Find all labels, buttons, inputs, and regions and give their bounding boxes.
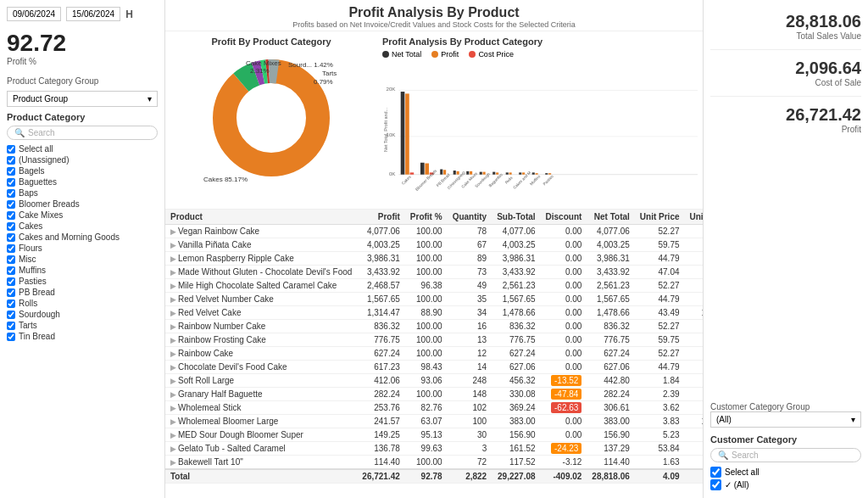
- category-item-12[interactable]: Pasties: [7, 276, 158, 287]
- expand-icon[interactable]: ▶: [170, 445, 176, 453]
- category-checkbox-5[interactable]: [7, 200, 15, 209]
- category-checkbox-4[interactable]: [7, 189, 15, 198]
- category-item-16[interactable]: Tarts: [7, 320, 158, 331]
- category-item-11[interactable]: Muffins: [7, 265, 158, 276]
- search-placeholder: Search: [28, 128, 55, 137]
- cell-subtotal: 4,077.06: [492, 225, 540, 238]
- category-checkbox-3[interactable]: [7, 178, 15, 187]
- table-row[interactable]: ▶Vanilla Piñata Cake4,003.25100.00674,00…: [165, 238, 703, 252]
- table-row[interactable]: ▶Bakewell Tart 10"114.40100.0072117.52-3…: [165, 456, 703, 470]
- category-item-0[interactable]: Select all: [7, 143, 158, 154]
- start-date[interactable]: 09/06/2024: [7, 7, 61, 21]
- category-item-8[interactable]: Cakes and Morning Goods: [7, 232, 158, 243]
- end-date[interactable]: 15/06/2024: [66, 7, 120, 21]
- category-checkbox-14[interactable]: [7, 299, 15, 308]
- category-checkbox-9[interactable]: [7, 244, 15, 253]
- product-category-group-dropdown[interactable]: Product Group ▾: [7, 91, 158, 107]
- expand-icon[interactable]: ▶: [170, 295, 176, 304]
- category-checkbox-16[interactable]: [7, 322, 15, 330]
- cell-product-name: ▶Vegan Rainbow Cake: [165, 225, 357, 238]
- expand-icon[interactable]: ▶: [170, 227, 176, 236]
- expand-icon[interactable]: ▶: [170, 268, 176, 277]
- customer-category-group-dropdown[interactable]: (All) ▾: [710, 411, 861, 428]
- category-checkbox-8[interactable]: [7, 233, 15, 242]
- table-row[interactable]: ▶Chocolate Devil's Food Cake617.2398.431…: [165, 361, 703, 374]
- expand-icon[interactable]: ▶: [170, 336, 176, 344]
- expand-icon[interactable]: ▶: [170, 322, 176, 331]
- cell-net-total: 156.90: [587, 428, 635, 442]
- expand-icon[interactable]: ▶: [170, 377, 176, 385]
- cell-unit-cost: 0.00: [685, 347, 703, 361]
- category-item-13[interactable]: PB Bread: [7, 287, 158, 298]
- category-label-17: Tin Bread: [19, 332, 55, 341]
- category-item-15[interactable]: Sourdough: [7, 309, 158, 320]
- category-item-6[interactable]: Cake Mixes: [7, 210, 158, 221]
- category-item-9[interactable]: Flours: [7, 243, 158, 254]
- table-row[interactable]: ▶Rainbow Cake627.24100.0012627.240.00627…: [165, 347, 703, 361]
- table-row[interactable]: ▶Rainbow Number Cake836.32100.0016836.32…: [165, 320, 703, 333]
- table-row[interactable]: ▶Mile High Chocolate Salted Caramel Cake…: [165, 279, 703, 293]
- category-checkbox-15[interactable]: [7, 311, 15, 319]
- category-item-5[interactable]: Bloomer Breads: [7, 199, 158, 210]
- expand-icon[interactable]: ▶: [170, 458, 176, 467]
- expand-icon[interactable]: ▶: [170, 255, 176, 263]
- category-item-3[interactable]: Baguettes: [7, 176, 158, 187]
- svg-text:Cakes 85.17%: Cakes 85.17%: [203, 176, 248, 183]
- legend-profit-label: Profit: [441, 50, 459, 59]
- category-checkbox-6[interactable]: [7, 211, 15, 220]
- category-checkbox-12[interactable]: [7, 277, 15, 286]
- table-row[interactable]: ▶Granary Half Baguette282.24100.00148330…: [165, 388, 703, 401]
- table-row[interactable]: ▶Red Velvet Cake1,314.4788.90341,478.660…: [165, 306, 703, 320]
- svg-rect-28: [453, 171, 456, 175]
- expand-icon[interactable]: ▶: [170, 404, 176, 412]
- category-item-1[interactable]: (Unassigned): [7, 154, 158, 165]
- cell-subtotal: 1,567.65: [492, 293, 540, 306]
- col-profit-pct: Profit %: [405, 210, 448, 225]
- table-row[interactable]: ▶Gelato Tub - Salted Caramel136.7899.633…: [165, 442, 703, 456]
- chevron-down-icon-customer: ▾: [851, 415, 855, 424]
- category-checkbox-17[interactable]: [7, 333, 15, 341]
- table-row[interactable]: ▶Red Velvet Number Cake1,567.65100.00351…: [165, 293, 703, 306]
- expand-icon[interactable]: ▶: [170, 431, 176, 439]
- expand-icon[interactable]: ▶: [170, 350, 176, 358]
- category-item-4[interactable]: Baps: [7, 187, 158, 199]
- total-subtotal: 29,227.08: [492, 469, 540, 484]
- table-row[interactable]: ▶Lemon Raspberry Ripple Cake3,986.31100.…: [165, 252, 703, 266]
- table-row[interactable]: ▶Wholemeal Stick253.7682.76102369.24-62.…: [165, 401, 703, 415]
- category-item-14[interactable]: Rolls: [7, 298, 158, 309]
- product-category-search[interactable]: 🔍 Search: [7, 126, 158, 140]
- category-checkbox-2[interactable]: [7, 167, 15, 176]
- table-row[interactable]: ▶Rainbow Frosting Cake776.75100.0013776.…: [165, 333, 703, 347]
- category-item-17[interactable]: Tin Bread: [7, 331, 158, 342]
- category-checkbox-7[interactable]: [7, 222, 15, 231]
- expand-icon[interactable]: ▶: [170, 241, 176, 249]
- expand-icon[interactable]: ▶: [170, 417, 176, 426]
- expand-icon[interactable]: ▶: [170, 363, 176, 372]
- category-item-7[interactable]: Cakes: [7, 221, 158, 232]
- category-item-2[interactable]: Bagels: [7, 165, 158, 176]
- customer-search[interactable]: 🔍 Search: [710, 448, 861, 462]
- customer-select-all-checkbox[interactable]: [710, 467, 721, 478]
- table-row[interactable]: ▶Soft Roll Large412.0693.06248456.32-13.…: [165, 374, 703, 388]
- cell-quantity: 67: [448, 238, 492, 252]
- table-row[interactable]: ▶MED Sour Dough Bloomer Super149.2595.13…: [165, 428, 703, 442]
- category-checkbox-11[interactable]: [7, 266, 15, 275]
- expand-icon[interactable]: ▶: [170, 390, 176, 399]
- customer-all-item[interactable]: ✓ (All): [710, 478, 861, 491]
- table-row[interactable]: ▶Wholemeal Bloomer Large241.5763.0710038…: [165, 415, 703, 428]
- customer-all-checkbox[interactable]: [710, 479, 721, 490]
- table-row[interactable]: ▶Vegan Rainbow Cake4,077.06100.00784,077…: [165, 225, 703, 238]
- category-item-10[interactable]: Misc: [7, 254, 158, 265]
- cell-discount: 0.00: [541, 279, 587, 293]
- cell-profit: 3,986.31: [357, 252, 405, 266]
- category-checkbox-13[interactable]: [7, 288, 15, 297]
- expand-icon[interactable]: ▶: [170, 282, 176, 290]
- table-row[interactable]: ▶Made Without Gluten - Chocolate Devil's…: [165, 266, 703, 279]
- cell-unit-cost: 0.00: [685, 456, 703, 470]
- category-checkbox-0[interactable]: [7, 145, 15, 154]
- customer-select-all[interactable]: Select all: [710, 466, 861, 478]
- category-checkbox-1[interactable]: [7, 156, 15, 165]
- cell-subtotal: 161.52: [492, 442, 540, 456]
- expand-icon[interactable]: ▶: [170, 309, 176, 317]
- category-checkbox-10[interactable]: [7, 255, 15, 264]
